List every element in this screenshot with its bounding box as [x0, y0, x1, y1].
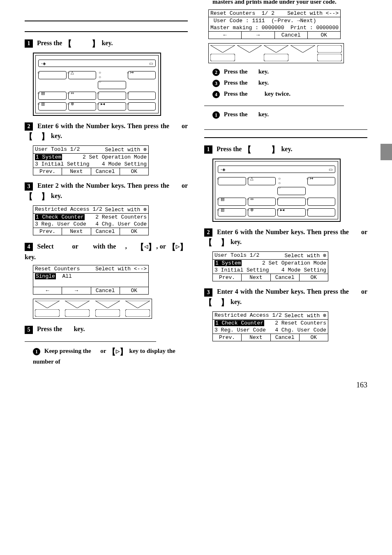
circle-3: 3	[212, 80, 220, 87]
lcd-btn-left[interactable]: ←	[209, 32, 242, 39]
svg-rect-7	[317, 54, 342, 61]
lcd-btn-prev[interactable]: Prev.	[33, 168, 62, 175]
step-number-2r: 2	[204, 228, 212, 237]
step-number-1r: 1	[204, 145, 212, 154]
step-3: 3 Enter 2 with the Number keys. Then pre…	[25, 181, 188, 202]
substep-2: 2 Press the key.	[212, 67, 367, 76]
svg-rect-4	[317, 45, 342, 53]
lcd-btn-ok[interactable]: OK	[300, 274, 328, 281]
lcd-btn-cancel[interactable]: Cancel	[91, 228, 120, 235]
lcd-btn-cancel[interactable]: Cancel	[91, 287, 120, 294]
lcd-btn-prev[interactable]: Prev.	[213, 334, 242, 341]
circle-1b: 1	[212, 111, 220, 119]
svg-rect-1	[65, 309, 90, 317]
step-5: 5 Press the key.	[25, 325, 188, 334]
step-1: 1 Press the 【 】 key.	[25, 38, 188, 49]
right-column: masters and prints made under your user …	[204, 21, 367, 368]
svg-rect-2	[95, 309, 120, 317]
step-number-4: 4	[25, 243, 33, 251]
lcd-btn-ok[interactable]: OK	[120, 228, 148, 235]
circle-4: 4	[212, 91, 220, 98]
step-number-3: 3	[25, 182, 33, 191]
lcd-restricted-access: Restricted Access 1/2Select with ⊗ 1 Che…	[33, 205, 149, 235]
lcd-btn-right[interactable]: →	[62, 287, 91, 294]
page-number: 163	[25, 381, 367, 389]
lcd-btn-cancel[interactable]: Cancel	[271, 274, 300, 281]
lcd-btn-ok[interactable]: OK	[300, 334, 328, 341]
step-number-2: 2	[25, 122, 33, 131]
lcd-reset-counters-detail: Reset Counters 1/ 2Select with <--> User…	[208, 9, 341, 39]
lcd-btn-ok[interactable]: OK	[120, 168, 148, 175]
svg-rect-0	[35, 309, 60, 317]
lcd-btn-next[interactable]: Next	[62, 228, 91, 235]
lcd-btn-right[interactable]: →	[242, 32, 274, 39]
lcd-btn-prev[interactable]: Prev.	[213, 274, 242, 281]
lcd-btn-cancel[interactable]: Cancel	[275, 32, 308, 39]
circle-2: 2	[212, 69, 220, 76]
lcd-user-tools: User Tools 1/2Select with ⊗ 1 System2 Se…	[33, 145, 149, 175]
left-column: 1 Press the 【 】 key. ◦◈▭ ○ ○ △ ○○○ ○ ↦ ○…	[25, 21, 188, 368]
lcd-btn-left[interactable]: ←	[33, 287, 62, 294]
soft-keys	[208, 43, 344, 63]
lcd-btn-next[interactable]: Next	[242, 274, 270, 281]
soft-keys	[33, 299, 152, 319]
lcd-btn-next[interactable]: Next	[242, 334, 270, 341]
svg-rect-6	[264, 54, 288, 61]
step-4: 4 Select or with the , , 【◁】, or 【▷】 key…	[25, 241, 188, 262]
substep-3: 3 Press the key.	[212, 78, 367, 87]
lcd-user-tools-2: User Tools 1/2Select with ⊗ 1 System2 Se…	[212, 251, 328, 281]
svg-rect-5	[210, 54, 235, 61]
lcd-reset-counters: Reset CountersSelect with <--> Single Al…	[33, 265, 149, 295]
step-2r: 2 Enter 6 with the Number keys. Then pre…	[204, 228, 367, 248]
step-number-5: 5	[25, 326, 33, 334]
control-panel-diagram-2: ◦◈▭ ○ ○ △ ○○○ ○ ↦ ○ ▤ ○ ⇔ ○ ○ ○ ▥ ○ ⊕ ○ …	[212, 159, 341, 222]
lcd-btn-cancel[interactable]: Cancel	[91, 168, 120, 175]
step-2: 2 Enter 6 with the Number keys. Then pre…	[25, 122, 188, 142]
step-3r: 3 Enter 4 with the Number keys. Then pre…	[204, 287, 367, 308]
substep-A: 1 Press the key.	[212, 110, 367, 119]
substep-1: 1 Keep pressing the or 【▷】 key to displa…	[33, 346, 188, 366]
lcd-btn-next[interactable]: Next	[62, 168, 91, 175]
lcd-btn-cancel[interactable]: Cancel	[271, 334, 300, 341]
step-number-1: 1	[25, 39, 33, 48]
lcd-btn-prev[interactable]: Prev.	[33, 228, 62, 235]
lcd-btn-ok[interactable]: OK	[308, 32, 340, 39]
svg-rect-3	[125, 309, 150, 317]
circle-1: 1	[33, 348, 40, 355]
step-1r: 1 Press the 【 】 key.	[204, 144, 367, 155]
lcd-btn-ok[interactable]: OK	[120, 287, 148, 294]
side-tab	[380, 144, 392, 160]
substep-4: 4 Press the key twice.	[212, 90, 367, 98]
continuation-text: masters and prints made under your user …	[212, 0, 367, 6]
lcd-restricted-access-2: Restricted Access 1/2Select with ⊗ 1 Che…	[212, 311, 328, 341]
step-number-3r: 3	[204, 288, 212, 297]
control-panel-diagram: ◦◈▭ ○ ○ △ ○○○ ○ ↦ ○ ▤ ○ ⇔ ○ ○ ○ ▥ ○ ⊕ ○ …	[33, 53, 161, 116]
